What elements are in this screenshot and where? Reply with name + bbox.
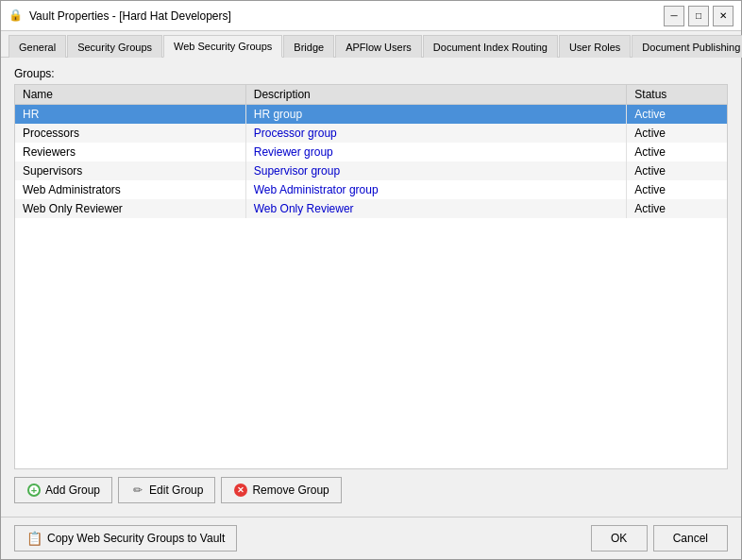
cell-status: Active [627, 161, 727, 180]
groups-label: Groups: [14, 67, 728, 80]
remove-circle-icon [234, 484, 247, 497]
add-icon [26, 483, 42, 498]
table-row[interactable]: SupervisorsSupervisor groupActive [15, 161, 727, 180]
tab-bar: General Security Groups Web Security Gro… [1, 31, 741, 58]
cell-status: Active [627, 180, 727, 199]
cell-name: HR [15, 105, 245, 125]
footer-right: OK Cancel [591, 525, 728, 552]
cell-description: Web Administrator group [245, 180, 627, 199]
col-header-description: Description [245, 85, 627, 105]
remove-group-button[interactable]: Remove Group [221, 477, 341, 503]
remove-group-label: Remove Group [252, 484, 329, 497]
window-title: Vault Properties - [Hard Hat Developers] [29, 9, 664, 23]
action-button-row: Add Group ✏ Edit Group Remove Group [14, 469, 728, 507]
table-row[interactable]: ProcessorsProcessor groupActive [15, 124, 727, 143]
footer-left: 📋 Copy Web Security Groups to Vault [14, 525, 237, 552]
edit-icon: ✏ [130, 483, 145, 498]
add-group-button[interactable]: Add Group [14, 477, 112, 503]
cell-description: Supervisor group [245, 161, 627, 180]
copy-to-vault-button[interactable]: 📋 Copy Web Security Groups to Vault [14, 525, 237, 552]
tab-document-index-routing[interactable]: Document Index Routing [423, 35, 558, 58]
cell-description: Reviewer group [245, 143, 627, 161]
cell-name: Processors [15, 124, 245, 143]
close-button[interactable]: ✕ [713, 6, 734, 26]
footer: 📋 Copy Web Security Groups to Vault OK C… [1, 517, 741, 559]
table-header-row: Name Description Status [15, 85, 727, 105]
tab-user-roles[interactable]: User Roles [559, 35, 631, 58]
cancel-button[interactable]: Cancel [653, 525, 728, 552]
groups-table-container[interactable]: Name Description Status HRHR groupActive… [14, 84, 728, 469]
col-header-status: Status [627, 85, 727, 105]
maximize-button[interactable]: □ [688, 6, 709, 26]
minimize-button[interactable]: ─ [664, 6, 684, 26]
table-row[interactable]: ReviewersReviewer groupActive [15, 143, 727, 161]
app-icon: 🔒 [8, 8, 24, 24]
edit-group-button[interactable]: ✏ Edit Group [118, 477, 215, 503]
content-area: Groups: Name Description Status HRHR gro… [1, 58, 741, 517]
tab-document-publishing[interactable]: Document Publishing [632, 35, 742, 58]
cell-name: Supervisors [15, 161, 245, 180]
cell-status: Active [627, 199, 727, 218]
tab-apflow-users[interactable]: APFlow Users [335, 35, 422, 58]
cell-name: Reviewers [15, 143, 245, 161]
tab-general[interactable]: General [8, 35, 66, 58]
title-bar: 🔒 Vault Properties - [Hard Hat Developer… [1, 1, 741, 31]
tab-web-security-groups[interactable]: Web Security Groups [163, 35, 282, 58]
ok-button[interactable]: OK [591, 525, 648, 552]
copy-document-icon: 📋 [26, 531, 42, 546]
cell-description: Web Only Reviewer [245, 199, 627, 218]
window-controls: ─ □ ✕ [664, 6, 734, 26]
table-row[interactable]: HRHR groupActive [15, 105, 727, 125]
copy-icon: 📋 [26, 531, 42, 546]
cell-name: Web Only Reviewer [15, 199, 245, 218]
cell-description: HR group [245, 105, 627, 125]
add-circle-icon [27, 484, 41, 497]
table-row[interactable]: Web AdministratorsWeb Administrator grou… [15, 180, 727, 199]
cell-description: Processor group [245, 124, 627, 143]
edit-group-label: Edit Group [149, 484, 203, 497]
remove-icon [233, 483, 248, 498]
table-body: HRHR groupActiveProcessorsProcessor grou… [15, 105, 727, 219]
cell-status: Active [627, 124, 727, 143]
tab-bridge[interactable]: Bridge [283, 35, 334, 58]
table-row[interactable]: Web Only ReviewerWeb Only ReviewerActive [15, 199, 727, 218]
groups-table: Name Description Status HRHR groupActive… [15, 85, 727, 218]
cell-status: Active [627, 105, 727, 125]
cell-status: Active [627, 143, 727, 161]
copy-to-vault-label: Copy Web Security Groups to Vault [47, 532, 225, 545]
col-header-name: Name [15, 85, 245, 105]
add-group-label: Add Group [45, 484, 100, 497]
pencil-icon: ✏ [133, 484, 143, 497]
tab-security-groups[interactable]: Security Groups [67, 35, 162, 58]
cell-name: Web Administrators [15, 180, 245, 199]
main-window: 🔒 Vault Properties - [Hard Hat Developer… [0, 0, 742, 560]
